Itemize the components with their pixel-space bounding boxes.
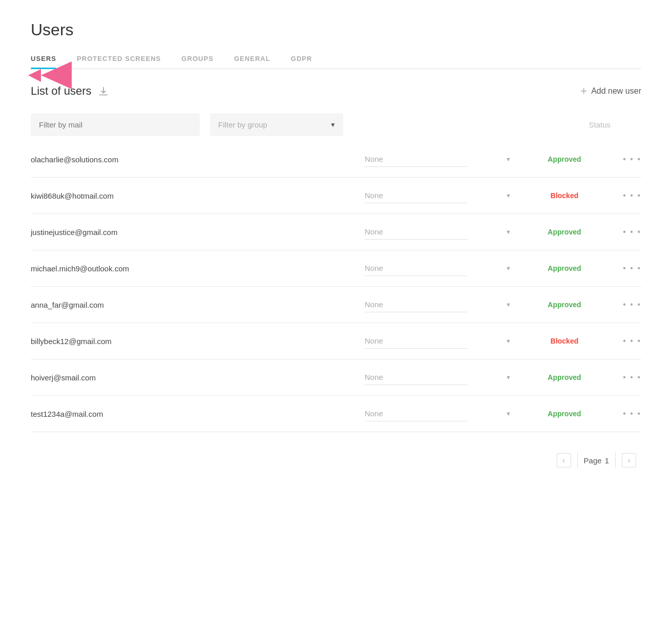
table-row: test1234a@mail.com None ▼ Approved • • • — [31, 396, 641, 432]
status-badge: Approved — [518, 264, 611, 272]
status-badge: Approved — [518, 155, 611, 163]
tab-users[interactable]: USERS — [31, 55, 56, 69]
filter-by-mail-input[interactable] — [31, 113, 200, 136]
chevron-down-icon: ▼ — [506, 338, 511, 344]
user-email: billybeck12@gmail.com — [31, 337, 365, 346]
tab-protected-screens[interactable]: PROTECTED SCREENS — [77, 55, 161, 69]
status-badge: Blocked — [518, 337, 611, 345]
pagination-info: Page 1 — [584, 456, 609, 465]
svg-marker-1 — [28, 69, 41, 82]
tab-gdpr[interactable]: GDPR — [291, 55, 312, 69]
filter-by-group-select[interactable]: Filter by group — [210, 113, 343, 136]
more-menu-button[interactable]: • • • — [611, 155, 641, 164]
tab-groups[interactable]: GROUPS — [181, 55, 214, 69]
pagination: ‹ Page 1 › — [31, 453, 641, 468]
download-icon[interactable] — [98, 86, 109, 97]
filter-by-group-wrapper: Filter by group ▼ — [210, 113, 343, 136]
group-select-wrapper: None ▼ — [365, 152, 518, 167]
more-menu-button[interactable]: • • • — [611, 300, 641, 309]
user-group-select[interactable]: None — [365, 333, 467, 349]
table-row: olacharlie@solutions.com None ▼ Approved… — [31, 141, 641, 178]
status-badge: Approved — [518, 228, 611, 236]
user-group-select[interactable]: None — [365, 188, 467, 203]
table-row: billybeck12@gmail.com None ▼ Blocked • •… — [31, 323, 641, 359]
more-menu-button[interactable]: • • • — [611, 409, 641, 418]
pagination-divider — [577, 453, 578, 468]
table-row: kiwi868uk@hotmail.com None ▼ Blocked • •… — [31, 178, 641, 214]
user-email: test1234a@mail.com — [31, 410, 365, 418]
user-email: kiwi868uk@hotmail.com — [31, 191, 365, 200]
filters-row: Filter by group ▼ Status — [31, 113, 641, 136]
group-select-wrapper: None ▼ — [365, 224, 518, 240]
pagination-prev-button[interactable]: ‹ — [557, 453, 571, 467]
pagination-divider-right — [615, 453, 616, 468]
chevron-down-icon: ▼ — [506, 229, 511, 235]
tabs: USERS PROTECTED SCREENS GROUPS GENERAL G… — [31, 55, 641, 69]
status-badge: Blocked — [518, 191, 611, 200]
pagination-next-button[interactable]: › — [622, 453, 636, 467]
user-group-select[interactable]: None — [365, 370, 467, 385]
users-table: olacharlie@solutions.com None ▼ Approved… — [31, 141, 641, 432]
group-select-wrapper: None ▼ — [365, 261, 518, 276]
svg-marker-0 — [41, 61, 72, 89]
table-row: hoiverj@smail.com None ▼ Approved • • • — [31, 359, 641, 396]
group-select-wrapper: None ▼ — [365, 297, 518, 312]
user-group-select[interactable]: None — [365, 152, 467, 167]
page-label: Page — [584, 456, 602, 465]
plus-icon: + — [580, 84, 587, 98]
group-select-wrapper: None ▼ — [365, 188, 518, 203]
table-row: michael.mich9@outlook.com None ▼ Approve… — [31, 250, 641, 287]
add-new-user-button[interactable]: + Add new user — [580, 84, 641, 98]
user-group-select[interactable]: None — [365, 297, 467, 312]
status-badge: Approved — [518, 301, 611, 309]
user-email: hoiverj@smail.com — [31, 373, 365, 382]
page-title: Users — [31, 20, 641, 39]
user-email: justinejustice@gmail.com — [31, 228, 365, 237]
user-group-select[interactable]: None — [365, 261, 467, 276]
add-new-user-label: Add new user — [591, 87, 641, 96]
current-page: 1 — [605, 456, 609, 465]
status-column-header: Status — [353, 120, 641, 129]
user-group-select[interactable]: None — [365, 406, 467, 421]
group-select-wrapper: None ▼ — [365, 333, 518, 349]
chevron-down-icon: ▼ — [506, 302, 511, 308]
chevron-down-icon: ▼ — [506, 411, 511, 417]
arrow-indicator — [28, 59, 74, 92]
chevron-down-icon: ▼ — [506, 374, 511, 380]
chevron-down-icon: ▼ — [506, 156, 511, 162]
more-menu-button[interactable]: • • • — [611, 264, 641, 273]
status-badge: Approved — [518, 373, 611, 381]
section-header: List of users + Add new user — [31, 84, 641, 98]
more-menu-button[interactable]: • • • — [611, 227, 641, 237]
user-email: olacharlie@solutions.com — [31, 155, 365, 164]
tabs-container: USERS PROTECTED SCREENS GROUPS GENERAL G… — [31, 55, 641, 69]
more-menu-button[interactable]: • • • — [611, 191, 641, 200]
chevron-down-icon: ▼ — [506, 265, 511, 271]
more-menu-button[interactable]: • • • — [611, 336, 641, 346]
chevron-down-icon: ▼ — [506, 193, 511, 199]
table-row: anna_far@gmail.com None ▼ Approved • • • — [31, 287, 641, 323]
user-group-select[interactable]: None — [365, 224, 467, 240]
user-email: anna_far@gmail.com — [31, 301, 365, 309]
user-email: michael.mich9@outlook.com — [31, 264, 365, 273]
tab-general[interactable]: GENERAL — [234, 55, 270, 69]
group-select-wrapper: None ▼ — [365, 370, 518, 385]
table-row: justinejustice@gmail.com None ▼ Approved… — [31, 214, 641, 250]
more-menu-button[interactable]: • • • — [611, 373, 641, 382]
status-badge: Approved — [518, 410, 611, 418]
group-select-wrapper: None ▼ — [365, 406, 518, 421]
